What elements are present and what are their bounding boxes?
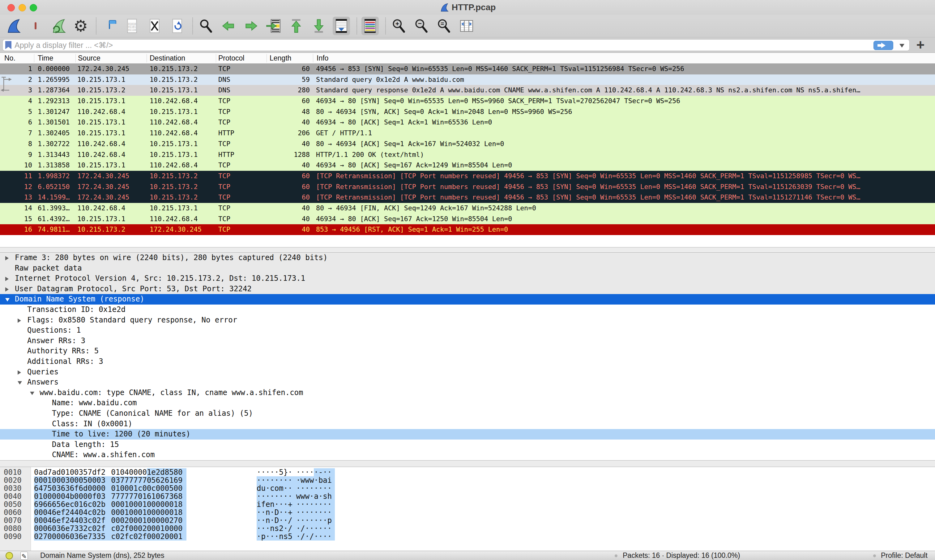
- chevron-right-icon[interactable]: [5, 287, 9, 292]
- column-divider[interactable]: [147, 54, 147, 62]
- column-header-source[interactable]: Source: [78, 53, 100, 63]
- column-header-time[interactable]: Time: [38, 53, 53, 63]
- detail-line-14[interactable]: Name: www.baidu.com: [0, 398, 935, 408]
- packet-row-9[interactable]: 91.313443110.242.68.410.215.173.1HTTP128…: [0, 149, 935, 160]
- packet-row-1[interactable]: 10.000000172.24.30.24510.215.173.2TCP604…: [0, 64, 935, 74]
- detail-line-9[interactable]: Authority RRs: 5: [0, 346, 935, 357]
- packet-row-12[interactable]: 126.052150172.24.30.24510.215.173.2TCP60…: [0, 182, 935, 192]
- packet-row-8[interactable]: 81.302722110.242.68.410.215.173.1TCP4080…: [0, 139, 935, 149]
- go-to-packet-button[interactable]: [265, 17, 282, 35]
- chevron-right-icon[interactable]: [18, 370, 21, 375]
- start-capture-button[interactable]: [4, 17, 22, 35]
- colorize-icon: [363, 18, 378, 34]
- go-last-packet-button[interactable]: [310, 17, 327, 35]
- restart-capture-button[interactable]: [49, 17, 67, 35]
- chevron-right-icon[interactable]: [18, 318, 21, 323]
- detail-line-2[interactable]: Internet Protocol Version 4, Src: 10.215…: [0, 273, 935, 284]
- packet-row-3[interactable]: 31.28736410.215.173.210.215.173.1DNS280S…: [0, 85, 935, 96]
- go-back-button[interactable]: [220, 17, 237, 35]
- go-forward-button[interactable]: [242, 17, 260, 35]
- stop-capture-button[interactable]: [27, 17, 44, 35]
- packet-row-10[interactable]: 101.31385810.215.173.1110.242.68.4TCP404…: [0, 160, 935, 171]
- zoom-reset-button[interactable]: =: [435, 17, 453, 35]
- capture-comment-icon[interactable]: ✎: [20, 552, 28, 560]
- filter-bookmark-icon[interactable]: [5, 41, 11, 49]
- hex-row-0090[interactable]: 009002 70 00 06 03 6e 73 35 c0 2f c0 2f …: [0, 532, 935, 540]
- chevron-down-icon[interactable]: [30, 392, 34, 395]
- packet-row-2[interactable]: 21.26599510.215.173.110.215.173.2DNS59St…: [0, 74, 935, 85]
- detail-line-3[interactable]: User Datagram Protocol, Src Port: 53, Ds…: [0, 284, 935, 294]
- packet-row-4[interactable]: 41.29231310.215.173.1110.242.68.4TCP6046…: [0, 96, 935, 106]
- status-profile[interactable]: Profile: Default: [881, 551, 927, 560]
- chevron-right-icon[interactable]: [5, 277, 9, 281]
- detail-line-5[interactable]: Transaction ID: 0x1e2d: [0, 305, 935, 315]
- reload-file-button[interactable]: [168, 17, 186, 35]
- hex-row-0070[interactable]: 007000 04 6e f2 44 03 c0 2f 00 02 00 01 …: [0, 517, 935, 525]
- resize-columns-button[interactable]: [458, 17, 475, 35]
- go-first-packet-button[interactable]: [287, 17, 305, 35]
- hex-bytes: 00 06 03 6e 73 32 c0 2f c0 2f 00 02 00 0…: [34, 525, 187, 532]
- find-packet-button[interactable]: [197, 17, 214, 35]
- detail-line-16[interactable]: Class: IN (0x0001): [0, 419, 935, 429]
- hex-row-0040[interactable]: 004001 00 00 04 b0 00 0f 03 77 77 77 01 …: [0, 492, 935, 500]
- detail-line-7[interactable]: Questions: 1: [0, 325, 935, 336]
- zoom-out-button[interactable]: −: [413, 17, 430, 35]
- colorize-toggle-button[interactable]: [361, 17, 379, 35]
- column-header-length[interactable]: Length: [270, 53, 291, 63]
- detail-line-11[interactable]: Queries: [0, 367, 935, 377]
- detail-line-19[interactable]: CNAME: www.a.shifen.com: [0, 450, 935, 460]
- filter-dropdown-icon[interactable]: [900, 44, 904, 48]
- display-filter-input[interactable]: Apply a display filter ... <⌘/>: [3, 39, 910, 51]
- save-file-button[interactable]: 010100110101110: [123, 17, 141, 35]
- close-file-button[interactable]: [146, 17, 163, 35]
- apply-filter-button[interactable]: [873, 41, 893, 50]
- packet-row-7[interactable]: 71.30240510.215.173.1110.242.68.4HTTP206…: [0, 128, 935, 139]
- detail-line-15[interactable]: Type: CNAME (Canonical NAME for an alias…: [0, 408, 935, 419]
- packet-row-6[interactable]: 61.30150110.215.173.1110.242.68.4TCP4046…: [0, 117, 935, 128]
- packet-row-13[interactable]: 1314.1599…172.24.30.24510.215.173.2TCP60…: [0, 192, 935, 203]
- chevron-down-icon[interactable]: [18, 381, 22, 385]
- column-divider[interactable]: [76, 54, 76, 62]
- column-divider[interactable]: [267, 54, 267, 62]
- detail-text: Answer RRs: 3: [27, 336, 85, 346]
- hex-row-0060[interactable]: 006000 04 6e f2 44 04 c0 2b 00 01 00 01 …: [0, 508, 935, 517]
- chevron-right-icon[interactable]: [5, 256, 9, 260]
- detail-text: Questions: 1: [27, 325, 81, 336]
- chevron-down-icon[interactable]: [5, 298, 9, 302]
- pane-splitter-bottom[interactable]: [0, 460, 935, 467]
- detail-line-4[interactable]: Domain Name System (response): [0, 294, 935, 305]
- detail-line-13[interactable]: www.baidu.com: type CNAME, class IN, cna…: [0, 388, 935, 398]
- packet-row-16[interactable]: 1674.9811…10.215.173.2172.24.30.245TCP40…: [0, 224, 935, 235]
- zoom-in-button[interactable]: +: [390, 17, 407, 35]
- column-header-no[interactable]: No.: [4, 53, 15, 63]
- packet-row-5[interactable]: 51.301247110.242.68.410.215.173.1TCP4880…: [0, 106, 935, 117]
- hex-row-0020[interactable]: 002000 01 00 03 00 05 00 03 03 77 77 77 …: [0, 476, 935, 484]
- detail-line-0[interactable]: Frame 3: 280 bytes on wire (2240 bits), …: [0, 253, 935, 263]
- column-header-info[interactable]: Info: [316, 53, 329, 63]
- capture-options-button[interactable]: ⚙: [72, 17, 89, 35]
- packet-row-15[interactable]: 1561.4392…10.215.173.1110.242.68.4TCP404…: [0, 214, 935, 225]
- packet-row-14[interactable]: 1461.3993…110.242.68.410.215.173.1TCP408…: [0, 203, 935, 214]
- pane-splitter-top[interactable]: [0, 247, 935, 253]
- detail-line-6[interactable]: Flags: 0x8580 Standard query response, N…: [0, 315, 935, 326]
- hex-row-0080[interactable]: 008000 06 03 6e 73 32 c0 2f c0 2f 00 02 …: [0, 525, 935, 532]
- column-header-destination[interactable]: Destination: [150, 53, 185, 63]
- detail-line-18[interactable]: Data length: 15: [0, 440, 935, 450]
- auto-scroll-toggle-button[interactable]: [333, 17, 350, 35]
- add-filter-button[interactable]: +: [913, 38, 928, 52]
- hex-row-0050[interactable]: 005069 66 65 6e c0 16 c0 2b 00 01 00 01 …: [0, 500, 935, 508]
- expert-info-icon[interactable]: [6, 552, 13, 559]
- detail-line-17[interactable]: Time to live: 1200 (20 minutes): [0, 429, 935, 440]
- hex-row-0010[interactable]: 00100a d7 ad 01 00 35 7d f2 01 04 00 00 …: [0, 468, 935, 476]
- detail-line-10[interactable]: Additional RRs: 3: [0, 357, 935, 367]
- packet-cell-src: 10.215.173.1: [77, 96, 149, 106]
- svg-text:−: −: [418, 20, 422, 27]
- open-file-button[interactable]: [101, 17, 118, 35]
- column-divider[interactable]: [34, 54, 34, 62]
- hex-row-0030[interactable]: 003064 75 03 63 6f 6d 00 00 01 00 01 c0 …: [0, 484, 935, 492]
- packet-row-11[interactable]: 111.998372172.24.30.24510.215.173.2TCP60…: [0, 171, 935, 182]
- detail-line-12[interactable]: Answers: [0, 377, 935, 388]
- column-header-protocol[interactable]: Protocol: [218, 53, 244, 63]
- detail-line-1[interactable]: Raw packet data: [0, 263, 935, 274]
- detail-line-8[interactable]: Answer RRs: 3: [0, 336, 935, 346]
